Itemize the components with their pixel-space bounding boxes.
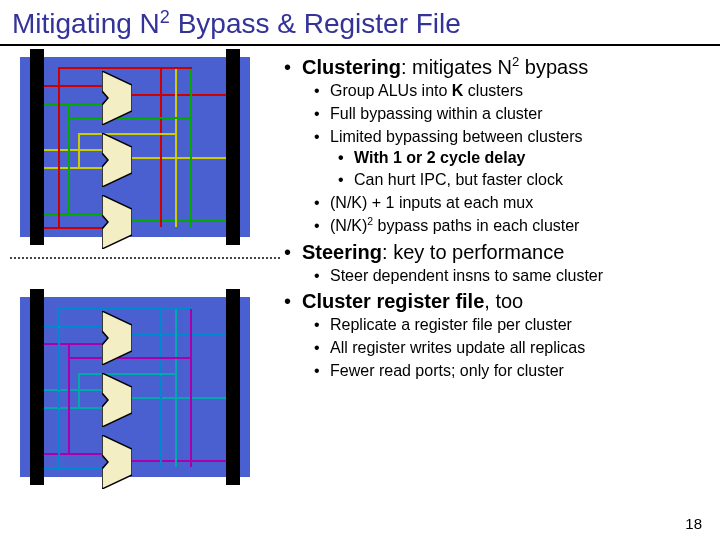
wire — [58, 307, 192, 309]
t: bypass — [519, 56, 588, 78]
wire — [175, 67, 177, 227]
bullet-limited: Limited bypassing between clusters With … — [330, 127, 710, 191]
wire — [44, 167, 102, 169]
wire — [44, 227, 102, 229]
t: , too — [484, 290, 523, 312]
alu-icon — [102, 311, 132, 365]
bullet-delay: With 1 or 2 cycle delay — [354, 148, 710, 169]
bottom-cluster-panel — [20, 297, 250, 477]
wire — [78, 133, 80, 169]
inter-cluster-divider — [10, 257, 280, 259]
regfile-bar-left — [30, 289, 44, 485]
alu-icon — [102, 71, 132, 125]
title-pre: Mitigating N — [12, 8, 160, 39]
regfile-bar-left — [30, 49, 44, 245]
bullet-writes: All register writes update all replicas — [330, 338, 710, 359]
bullet-list: Clustering: mitigates N2 bypass Group AL… — [280, 52, 720, 386]
bullet-group: Group ALUs into K clusters — [330, 81, 710, 102]
alu-icon — [102, 195, 132, 249]
wire — [44, 389, 102, 391]
wire — [44, 85, 102, 87]
regfile-bar-right — [226, 289, 240, 485]
wire — [58, 307, 60, 469]
wire — [132, 220, 226, 222]
t: K — [452, 82, 464, 99]
cluster-diagram — [0, 52, 280, 482]
wire — [160, 307, 162, 467]
wire — [132, 397, 226, 399]
page-number: 18 — [685, 515, 702, 532]
wire — [132, 334, 226, 336]
wire — [44, 149, 102, 151]
wire — [44, 325, 102, 327]
wire — [175, 307, 177, 467]
wire — [44, 103, 102, 105]
t: clusters — [463, 82, 523, 99]
slide-title: Mitigating N2 Bypass & Register File — [0, 0, 720, 46]
top-cluster-panel — [20, 57, 250, 237]
wire — [190, 307, 192, 467]
wire — [132, 157, 226, 159]
wire — [68, 343, 70, 455]
wire — [132, 94, 226, 96]
t: bypass paths in each cluster — [373, 217, 579, 234]
t: Steering — [302, 241, 382, 263]
title-post: Bypass & Register File — [170, 8, 461, 39]
slide-content: Clustering: mitigates N2 bypass Group AL… — [0, 52, 720, 482]
t: : mitigates N — [401, 56, 512, 78]
bullet-full: Full bypassing within a cluster — [330, 104, 710, 125]
bullet-rep: Replicate a register file per cluster — [330, 315, 710, 336]
regfile-bar-right — [226, 49, 240, 245]
t: Group ALUs into — [330, 82, 452, 99]
wire — [78, 373, 80, 409]
wire — [160, 67, 162, 227]
t: Cluster register file — [302, 290, 484, 312]
wire — [44, 343, 102, 345]
bullet-ports: Fewer read ports; only for cluster — [330, 361, 710, 382]
bullet-steering: Steering: key to performance Steer depen… — [302, 241, 710, 287]
wire — [44, 453, 102, 455]
wire — [44, 407, 102, 409]
bullet-ipc: Can hurt IPC, but faster clock — [354, 170, 710, 191]
wire — [58, 67, 60, 229]
bullet-paths: (N/K)2 bypass paths in each cluster — [330, 216, 710, 237]
alu-icon — [102, 133, 132, 187]
t: : key to performance — [382, 241, 564, 263]
bullet-inputs: (N/K) + 1 inputs at each mux — [330, 193, 710, 214]
t: Clustering — [302, 56, 401, 78]
wire — [44, 467, 102, 469]
wire — [190, 67, 192, 227]
wire — [44, 213, 102, 215]
alu-icon — [102, 435, 132, 489]
bullet-clustering: Clustering: mitigates N2 bypass Group AL… — [302, 56, 710, 237]
bullet-steer: Steer dependent insns to same cluster — [330, 266, 710, 287]
t: Limited bypassing between clusters — [330, 128, 583, 145]
wire — [58, 67, 192, 69]
wire — [68, 103, 70, 215]
title-sup: 2 — [160, 7, 170, 27]
wire — [132, 460, 226, 462]
alu-icon — [102, 373, 132, 427]
bullet-crf: Cluster register file, too Replicate a r… — [302, 290, 710, 381]
t: (N/K) — [330, 217, 367, 234]
